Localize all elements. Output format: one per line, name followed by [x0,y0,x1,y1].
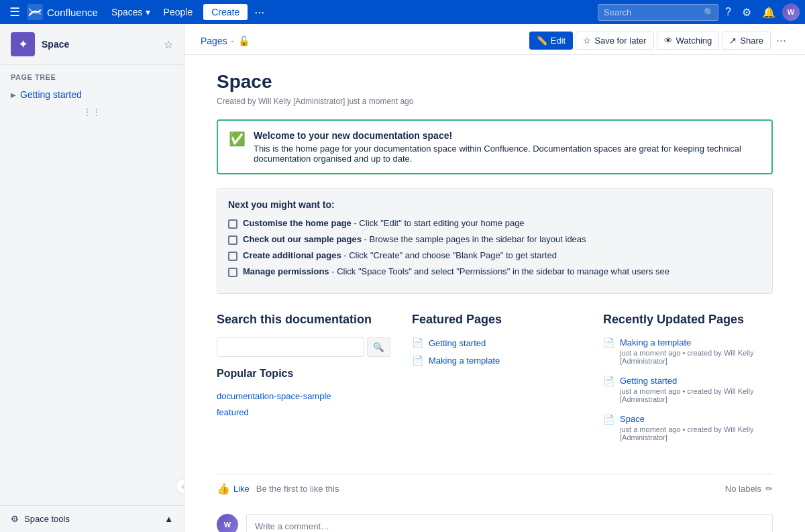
search-section-title: Search this documentation [217,313,390,327]
checkbox-2[interactable] [228,252,237,261]
recently-updated-section: Recently Updated Pages 📄 Making a templa… [603,313,773,452]
checkbox-1[interactable] [228,235,237,245]
confluence-logo-icon [27,4,43,20]
search-documentation-section: Search this documentation 🔍 Popular Topi… [217,313,390,452]
recent-page-title-0[interactable]: Making a template [620,337,773,348]
search-doc-submit[interactable]: 🔍 [367,337,390,357]
welcome-text: This is the home page for your documenta… [254,144,761,164]
create-button[interactable]: Create [203,4,248,20]
popular-section-title: Popular Topics [217,368,390,380]
featured-page-title-1: Making a template [429,356,500,366]
main-layout: ✦ Space ☆ PAGE TREE ▶ Getting started ⋮⋮… [0,24,805,532]
checklist-item-3: Manage permissions - Click "Space Tools"… [228,266,761,277]
recent-page-meta-2: just a moment ago • created by Will Kell… [620,425,773,441]
recent-doc-icon-2: 📄 [603,414,614,425]
share-button[interactable]: ↗ Share [722,32,771,50]
checkbox-3[interactable] [228,268,237,277]
main-content-area: Pages - 🔓 ✏️ Edit ☆ Save for later 👁 Wat… [184,24,805,532]
doc-icon-1: 📄 [412,355,423,366]
next-steps-box: Next you might want to: Customise the ho… [217,188,773,294]
chevron-up-icon: ▲ [164,514,173,524]
spaces-button[interactable]: Spaces ▾ [106,4,156,20]
page-toolbar: Pages - 🔓 ✏️ Edit ☆ Save for later 👁 Wat… [184,24,805,55]
like-button[interactable]: 👍 Like [217,482,250,495]
settings-button[interactable]: ⚙ [738,3,755,21]
recent-page-title-1[interactable]: Getting started [620,376,773,386]
more-nav-button[interactable]: ··· [250,3,268,22]
edit-button[interactable]: ✏️ Edit [529,32,573,50]
notifications-button[interactable]: 🔔 [758,3,780,21]
recent-item-1: 📄 Getting started just a moment ago • cr… [603,376,773,403]
chevron-down-icon: ▾ [146,7,150,17]
edit-labels-button[interactable]: ✏ [765,484,773,494]
edit-pencil-icon: ✏️ [537,36,547,46]
comment-placeholder: Write a comment… [255,521,329,531]
popular-topic-0: documentation-space-sample [217,390,390,401]
share-icon: ↗ [729,36,737,46]
sidebar-space-header: ✦ Space ☆ [0,24,184,65]
no-labels-text: No labels [725,484,761,494]
recent-page-meta-1: just a moment ago • created by Will Kell… [620,387,773,403]
star-space-button[interactable]: ☆ [164,38,173,51]
recent-page-meta-0: just a moment ago • created by Will Kell… [620,349,773,365]
help-button[interactable]: ? [721,3,735,21]
more-actions-button[interactable]: ··· [773,31,789,50]
search-doc-input[interactable] [217,337,364,357]
recent-item-2: 📄 Space just a moment ago • created by W… [603,414,773,441]
commenter-avatar: W [217,514,238,532]
save-for-later-button[interactable]: ☆ Save for later [576,32,653,50]
check-circle-icon: ✅ [229,131,246,147]
doc-icon-0: 📄 [412,337,423,348]
top-navigation: ☰ Confluence Spaces ▾ People Create ··· … [0,0,805,24]
checklist-item-1: Check out our sample pages - Browse the … [228,234,761,245]
page-title: Space [217,71,773,93]
recent-page-title-2[interactable]: Space [620,414,773,424]
welcome-title: Welcome to your new documentation space! [254,130,761,141]
recent-doc-icon-1: 📄 [603,376,614,386]
page-footer-actions: 👍 Like Be the first to like this No labe… [217,474,773,503]
user-avatar[interactable]: W [782,3,800,21]
popular-topic-link-0[interactable]: documentation-space-sample [217,391,331,401]
featured-pages-section: Featured Pages 📄 Getting started 📄 Makin… [412,313,582,452]
global-search-input[interactable] [598,4,718,21]
star-icon: ☆ [583,36,591,46]
drag-handle[interactable]: ⋮⋮ [0,104,184,120]
featured-item-0[interactable]: 📄 Getting started [412,337,582,348]
restrict-icon[interactable]: 🔓 [238,36,250,46]
next-steps-title: Next you might want to: [228,199,761,210]
comment-section: W Write a comment… [217,514,773,532]
comment-input[interactable]: Write a comment… [246,514,773,532]
checklist-item-2: Create additional pages - Click "Create"… [228,250,761,261]
gear-icon: ⚙ [11,514,19,524]
eye-icon: 👁 [664,36,673,46]
popular-topics-list: documentation-space-sample featured [217,390,390,417]
checkbox-0[interactable] [228,219,237,229]
sidebar-collapse-button[interactable]: « [176,478,184,494]
confluence-logo[interactable]: Confluence [27,4,98,20]
popular-topic-1: featured [217,407,390,417]
people-button[interactable]: People [158,4,199,20]
chevron-icon: ▶ [11,91,16,99]
search-doc-form: 🔍 [217,337,390,357]
pages-breadcrumb-link[interactable]: Pages [201,36,227,46]
hamburger-button[interactable]: ☰ [5,2,24,22]
watching-button[interactable]: 👁 Watching [657,32,720,50]
recent-section-title: Recently Updated Pages [603,313,773,327]
three-column-section: Search this documentation 🔍 Popular Topi… [217,313,773,452]
sidebar-item-getting-started[interactable]: ▶ Getting started [0,85,184,104]
checklist-item-0: Customise the home page - Click "Edit" t… [228,218,761,229]
space-name: Space [42,39,69,50]
space-tools-button[interactable]: ⚙ Space tools ▲ [0,506,184,532]
sidebar-resize-handle[interactable] [184,272,184,284]
popular-topic-link-1[interactable]: featured [217,407,249,417]
breadcrumb-separator: - [231,36,234,46]
like-label: Like [233,484,250,494]
page-meta: Created by Will Kelly [Administrator] ju… [217,97,773,106]
recent-item-0: 📄 Making a template just a moment ago • … [603,337,773,365]
getting-started-link: Getting started [20,89,82,100]
page-body: Space Created by Will Kelly [Administrat… [184,55,805,532]
search-icon: 🔍 [704,7,714,17]
featured-item-1[interactable]: 📄 Making a template [412,355,582,366]
featured-page-title-0: Getting started [429,338,486,348]
sidebar-bottom: ⚙ Space tools ▲ [0,505,184,532]
